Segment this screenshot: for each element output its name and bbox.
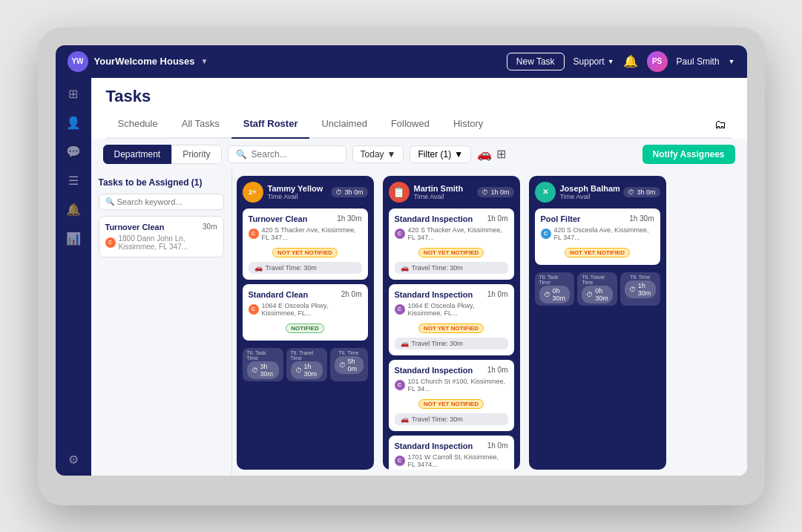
card-address: C 101 Church St #100, Kissimmee, FL 34..… [395,378,508,393]
time-avail-badge-tammy: ⏱3h 0m [331,187,367,197]
logo-icon: YW [68,51,88,72]
task-duration: 30m [203,223,217,231]
card-address-icon: C [541,229,551,239]
sidebar-icon-chart[interactable]: 📊 [66,231,81,246]
support-button[interactable]: Support ▼ [573,56,614,67]
card-time: 1h 0m [487,214,508,223]
card-address: C 1064 E Osceola Pkwy, Kissimmee, FL... [249,302,362,317]
card-address: C 420 S Thacker Ave, Kissimmee, FL 347..… [395,226,508,241]
notify-assignees-button[interactable]: Notify Assignees [642,145,735,164]
list-item[interactable]: Turnover Clean 30m C 1800 Dann John Ln, … [99,216,224,257]
address-icon: C [105,237,116,248]
notification-bell-icon[interactable]: 🔔 [623,54,638,68]
notif-badge: NOT YET NOTIFIED [418,248,484,257]
staff-name-tammy: Tammy Yellow [268,184,323,193]
panel-search-icon: 🔍 [105,197,114,206]
staff-avatar-joseph: ✕ [535,182,556,203]
travel-time-bar: 🚗Travel Time: 30m [395,338,508,349]
user-chevron-icon[interactable]: ▼ [729,58,735,65]
date-selector[interactable]: Today ▼ [352,145,404,163]
sidebar-icon-grid[interactable]: ⊞ [68,87,78,101]
staff-name-martin: Martin Smith [414,184,464,193]
card-title: Turnover Clean [249,214,308,223]
task-card[interactable]: Standard Inspection 1h 0m C 420 S Thacke… [389,208,514,280]
view-icons: 🚗 ⊞ [477,147,506,161]
task-card[interactable]: Standard Inspection 1h 0m C 101 Church S… [389,360,514,431]
tab-schedule[interactable]: Schedule [106,112,170,139]
card-title: Standard Inspection [395,214,473,223]
panel-search[interactable]: 🔍 [99,194,224,210]
filter-button[interactable]: Filter (1) ▼ [410,145,471,163]
card-address: C 420 S Thacker Ave, Kissimmee, FL 347..… [249,226,362,241]
staff-header-joseph: ✕ Joseph Balham Time Avail ⏱3h 0m [535,182,660,203]
sidebar: ⊞ 👤 💬 ☰ 🔔 📊 ⚙ [56,78,91,476]
sidebar-icon-list[interactable]: ☰ [68,174,79,188]
staff-columns: 2+ Tammy Yellow Time Avail ⏱3h 0m [232,170,747,476]
staff-avatar-martin: 📋 [389,182,410,203]
panel-search-input[interactable] [117,197,217,206]
unassigned-panel: Tasks to be Assigned (1) 🔍 Turnover Clea… [91,170,232,476]
sub-tab-priority[interactable]: Priority [171,145,221,164]
task-card[interactable]: Pool Filter 1h 30m C 420 S Osceola Ave, … [535,208,660,265]
time-avail-label-martin: Time Avail [414,193,464,200]
totals-row-tammy: Ttl. Task Time ⏱3h 30m Ttl. Travel Time … [243,348,368,381]
filter-chevron-icon: ▼ [454,149,463,160]
task-card[interactable]: Standard Inspection 1h 0m C 1064 E Osceo… [389,284,514,355]
notif-badge: NOT YET NOTIFIED [565,248,630,257]
tab-followed[interactable]: Followed [379,112,441,139]
archive-icon[interactable]: 🗂 [709,112,732,137]
search-box[interactable]: 🔍 [228,145,346,163]
sidebar-icon-settings[interactable]: ⚙ [68,453,79,467]
card-time: 1h 30m [337,214,361,223]
staff-name-joseph: Joseph Balham [560,184,620,193]
task-card[interactable]: Turnover Clean 1h 30m C 420 S Thacker Av… [243,208,368,280]
notif-badge: NOT YET NOTIFIED [418,399,484,409]
date-label: Today [361,149,384,160]
time-avail-badge-joseph: ⏱3h 0m [623,187,660,197]
tab-unclaimed[interactable]: Unclaimed [309,112,378,139]
filter-label: Filter (1) [418,149,451,160]
logo-area[interactable]: YW YourWelcome Houses ▼ [68,51,208,72]
search-input[interactable] [252,149,326,160]
page-header: Tasks Schedule All Tasks Staff Roster Un… [91,78,747,139]
card-title: Standard Inspection [395,290,473,299]
card-address-icon: C [395,229,405,239]
staff-header-tammy: 2+ Tammy Yellow Time Avail ⏱3h 0m [243,182,368,203]
card-title: Pool Filter [541,214,581,223]
card-time: 1h 30m [629,214,654,223]
sub-tabs: Department Priority [103,145,222,164]
grid-view-icon[interactable]: ⊞ [496,147,506,161]
staff-avatar-tammy: 2+ [243,182,263,203]
staff-header-martin: 📋 Martin Smith Time Avail ⏱1h 0m [389,182,514,203]
totals-row-joseph: Ttl. Task Time ⏱0h 30m Ttl. Travel Time … [535,272,660,306]
sub-tab-department[interactable]: Department [103,145,172,164]
card-title: Standard Inspection [395,441,473,450]
card-time: 2h 0m [341,290,362,298]
panel-title: Tasks to be Assigned (1) [99,177,224,188]
tab-staff-roster[interactable]: Staff Roster [231,112,310,139]
company-chevron-icon[interactable]: ▼ [201,57,208,65]
card-time: 1h 0m [487,366,508,374]
new-task-button[interactable]: New Task [507,53,565,70]
card-address: C 420 S Osceola Ave, Kissimmee, FL 347..… [541,226,654,241]
task-card[interactable]: Standard Inspection 1h 0m C 1701 W Carro… [389,436,514,470]
travel-time-bar: 🚗Travel Time: 30m [395,413,508,425]
user-avatar: PS [647,51,668,72]
sidebar-icon-bell[interactable]: 🔔 [66,203,81,217]
sidebar-icon-chat[interactable]: 💬 [66,145,81,159]
card-address-icon: C [249,229,259,239]
date-chevron-icon: ▼ [387,149,396,160]
card-time: 1h 0m [487,441,508,450]
car-view-icon[interactable]: 🚗 [477,147,492,161]
page-tabs: Schedule All Tasks Staff Roster Unclaime… [106,112,732,139]
tab-all-tasks[interactable]: All Tasks [170,112,231,139]
staff-column-joseph: ✕ Joseph Balham Time Avail ⏱3h 0m [529,176,666,470]
task-card[interactable]: Standard Clean 2h 0m C 1064 E Osceola Pk… [243,284,368,341]
card-time: 1h 0m [487,290,508,298]
support-chevron-icon: ▼ [608,58,614,65]
sidebar-icon-user[interactable]: 👤 [66,116,81,130]
card-address: C 1064 E Osceola Pkwy, Kissimmee, FL... [395,302,508,317]
notif-badge-not-yet: NOT YET NOTIFIED [272,248,338,257]
card-address-icon: C [395,380,405,390]
tab-history[interactable]: History [441,112,495,139]
